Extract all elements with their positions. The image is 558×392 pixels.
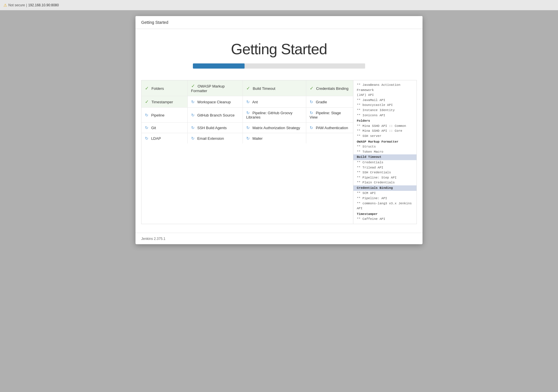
warning-text: Not secure xyxy=(8,3,25,7)
sync-icon: ↻ xyxy=(310,125,313,130)
dialog-title: Getting Started xyxy=(141,20,168,25)
list-item: ↻ Matrix Authorization Strategy xyxy=(243,123,306,133)
url-bar: 192.168.10.90:8080 xyxy=(28,3,59,7)
list-item: ↻ PAM Authentication xyxy=(306,123,353,133)
plugin-name: Workspace Cleanup xyxy=(197,100,231,104)
list-item: ✓ Timestamper xyxy=(142,96,187,108)
check-icon: ✓ xyxy=(145,99,149,104)
sync-icon: ↻ xyxy=(246,110,250,115)
plugin-name: Mailer xyxy=(252,136,262,141)
browser-bar: ⚠ Not secure | 192.168.10.90:8080 xyxy=(0,0,558,10)
dep-item: ** Trilead API xyxy=(357,165,413,170)
dep-section-header: Timestamper xyxy=(357,212,413,217)
dep-section-header: Folders xyxy=(357,119,413,124)
plugin-name: Ant xyxy=(252,100,258,104)
sync-icon: ↻ xyxy=(246,136,250,141)
check-icon: ✓ xyxy=(145,86,149,91)
plugins-table: ✓ Folders ✓ OWASP Markup Formatter ✓ Bui… xyxy=(142,80,353,224)
list-item: ↻ Pipeline: GitHub Groovy Libraries xyxy=(243,108,306,123)
dep-item: ** Instance Identity xyxy=(357,108,413,113)
list-item: ↻ Git xyxy=(142,123,187,133)
list-item: ↻ LDAP xyxy=(142,133,187,144)
dep-item: ** SCM API xyxy=(357,191,413,196)
dialog-footer: Jenkins 2.375.1 xyxy=(135,233,423,244)
dialog-titlebar: Getting Started xyxy=(135,16,423,29)
sync-icon: ↻ xyxy=(310,110,313,115)
plugin-name: Folders xyxy=(152,86,164,91)
dep-section-header: OWASP Markup Formatter xyxy=(357,139,413,145)
plugin-name: Email Extension xyxy=(197,136,224,141)
sync-icon: ↻ xyxy=(310,100,313,104)
jenkins-version: Jenkins 2.375.1 xyxy=(141,237,165,241)
plugin-name: Gradle xyxy=(316,100,327,104)
dep-item: ** Pipeline: API xyxy=(357,196,413,201)
plugin-name: LDAP xyxy=(151,136,161,141)
list-item xyxy=(306,133,353,144)
list-item: ↻ Workspace Cleanup xyxy=(187,96,243,108)
url-text: | xyxy=(26,3,27,7)
dep-item: ** SSH Credentials xyxy=(357,170,413,175)
dep-item: ** JavaBeans Activation Framework xyxy=(357,83,413,93)
dep-item: ** Structs xyxy=(357,144,413,150)
sync-icon: ↻ xyxy=(145,113,148,117)
list-item: ↻ Pipeline xyxy=(142,108,187,123)
dialog: Getting Started Getting Started ✓ xyxy=(135,16,423,244)
list-item: ✓ Folders xyxy=(142,80,187,96)
progress-bar-fill xyxy=(193,63,245,69)
plugin-name: OWASP Markup Formatter xyxy=(191,84,225,93)
list-item: ↻ Email Extension xyxy=(187,133,243,144)
sync-icon: ↻ xyxy=(191,113,195,117)
list-item: ✓ Build Timeout xyxy=(243,80,306,96)
plugin-name: Pipeline: Stage View xyxy=(310,111,341,119)
warning-icon: ⚠ xyxy=(3,3,7,7)
dep-item: ** Plain Credentials xyxy=(357,180,413,185)
check-icon: ✓ xyxy=(191,83,195,89)
dep-item: ** Pipeline: Step API xyxy=(357,175,413,181)
table-row: ✓ Timestamper ↻ Workspace Cleanup ↻ Ant xyxy=(142,96,353,108)
dep-item: ** SSH server xyxy=(357,134,413,139)
table-row: ✓ Folders ✓ OWASP Markup Formatter ✓ Bui… xyxy=(142,80,353,96)
list-item: ✓ OWASP Markup Formatter xyxy=(187,80,243,96)
table-row: ↻ LDAP ↻ Email Extension ↻ Mailer xyxy=(142,133,353,144)
list-item: ↻ GitHub Branch Source xyxy=(187,108,243,123)
page-wrapper: Getting Started Getting Started ✓ xyxy=(0,10,558,253)
list-item: ↻ Mailer xyxy=(243,133,306,144)
plugin-name: Git xyxy=(151,126,156,130)
plugin-name: Timestamper xyxy=(151,100,173,104)
sync-icon: ↻ xyxy=(191,125,195,130)
dep-item: (JAF) API xyxy=(357,93,413,98)
dep-item: ** JavaMail API xyxy=(357,98,413,103)
plugin-name: Matrix Authorization Strategy xyxy=(252,126,300,130)
progress-bar-container xyxy=(193,63,365,69)
security-warning: ⚠ Not secure | 192.168.10.90:8080 xyxy=(3,3,59,7)
plugin-name: SSH Build Agents xyxy=(197,126,227,130)
sync-icon: ↻ xyxy=(145,136,148,141)
sync-icon: ↻ xyxy=(191,100,195,104)
page-title: Getting Started xyxy=(141,40,417,58)
plugin-name: Pipeline: GitHub Groovy Libraries xyxy=(246,111,292,119)
plugins-grid-container: ✓ Folders ✓ OWASP Markup Formatter ✓ Bui… xyxy=(141,80,417,224)
list-item: ↻ Gradle xyxy=(306,96,353,108)
sync-icon: ↻ xyxy=(246,100,250,104)
dep-item: ** bouncycastle API xyxy=(357,103,413,108)
list-item: ↻ SSH Build Agents xyxy=(187,123,243,133)
deps-panel: ** JavaBeans Activation Framework (JAF) … xyxy=(353,80,416,224)
plugin-name: PAM Authentication xyxy=(316,126,348,130)
dialog-body: Getting Started ✓ Folders xyxy=(135,29,423,233)
sync-icon: ↻ xyxy=(145,125,148,130)
table-row: ↻ Git ↻ SSH Build Agents ↻ Matrix Author… xyxy=(142,123,353,133)
sync-icon: ↻ xyxy=(246,125,250,130)
check-icon: ✓ xyxy=(310,86,313,91)
plugin-name: GitHub Branch Source xyxy=(197,113,235,117)
dep-section-header-credentials: Credentials Binding xyxy=(353,185,416,191)
plugin-name: Pipeline xyxy=(151,113,164,117)
sync-icon: ↻ xyxy=(191,136,195,141)
dep-item: ** Caffeine API xyxy=(357,217,413,222)
dep-item: ** Mina SSHD API :: Common xyxy=(357,124,413,129)
dep-item: ** Ionicons API xyxy=(357,113,413,118)
table-row: ↻ Pipeline ↻ GitHub Branch Source ↻ Pipe… xyxy=(142,108,353,123)
check-icon: ✓ xyxy=(246,86,250,91)
dep-item: ** commons-lang3 v3.x Jenkins API xyxy=(357,201,413,211)
dep-section-header-build-timeout: Build Timeout xyxy=(353,154,416,160)
list-item: ↻ Ant xyxy=(243,96,306,108)
